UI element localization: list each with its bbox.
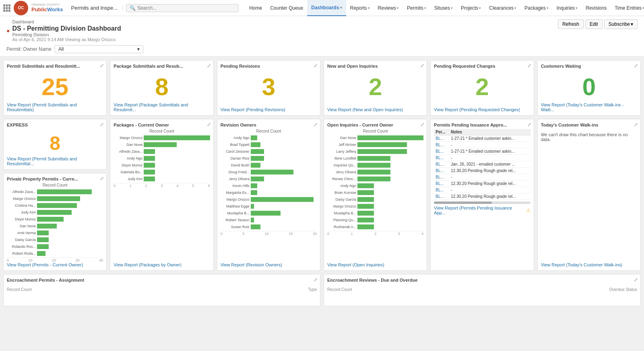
express-expand[interactable]: ⤢ [100,122,104,127]
bar-row: Judy Kim 21 [7,210,103,215]
bar-wrap: 1 [357,224,423,229]
edit-button[interactable]: Edit [585,19,603,29]
bottom-card-title-1: Encroachment Reviews - Due and Overdue [327,278,637,282]
search-box[interactable]: 🔍 [126,4,239,12]
kpi-card-5: Customers Waiting ⤢ 0 View Report (Today… [537,60,641,116]
nav-reports[interactable]: Reports▾ [346,0,374,16]
customers-waiting-expand[interactable]: ⤢ [634,122,638,127]
bar-label: Planning Qu... [327,218,357,222]
bar-row: Mustapha B... 1 [327,210,423,216]
bar-wrap: 4 [251,177,317,181]
pp-link[interactable]: View Report (Permits - Current Owner) [7,262,103,267]
permits-pending-expand[interactable]: ⤢ [527,122,531,127]
express-link[interactable]: View Report (Permit Submittals and Resub… [7,156,103,166]
kpi-link-0[interactable]: View Report (Permit Submittals and Resub… [7,102,103,112]
bar-wrap: 3 [251,142,317,147]
permits-pending-link[interactable]: View Report (Permits Pending Issuance Ap… [434,206,524,215]
svg-rect-4 [6,7,8,9]
nav-packages[interactable]: Packages▾ [520,0,553,16]
open-inquiries-link[interactable]: View Report (Open Inquiries) [327,262,423,267]
nav-home[interactable]: Home [245,0,266,16]
kpi-expand-3[interactable]: ⤢ [420,63,424,69]
nav-counter-queue[interactable]: Counter Queue [266,0,307,16]
col1-stacked: EXPRESS ⤢ 8 View Report (Permit Submitta… [3,119,107,271]
revision-owners-expand[interactable]: ⤢ [314,122,318,127]
kpi-expand-2[interactable]: ⤢ [314,63,318,69]
filter-select[interactable]: All ▾ [55,45,143,53]
bar-label: Ilene Lundfelt [327,156,357,160]
bar-wrap: 1 [357,218,423,222]
svg-rect-7 [6,10,8,12]
kpi-link-4[interactable]: View Report (Pending Requested Changes) [434,107,530,112]
pp-expand[interactable]: ⤢ [100,176,104,181]
kpi-value-1: 8 [114,70,210,102]
refresh-button[interactable]: Refresh [558,19,584,29]
bottom-col2-0: Type [308,287,317,292]
kpi-card-2: Pending Revisions ⤢ 3 View Report (Pendi… [217,60,320,116]
customers-waiting-link[interactable]: View Report (Today's Customer Walk-ins) [541,262,637,267]
bar-label: Jeff McIver [327,143,357,147]
permits-pending-table-scroll[interactable]: Per...Notes BL...1-27-21 * Emailed custo… [434,129,530,200]
filter-label: Permit: Owner Name [6,46,52,52]
pp-chart: Record Count Alfredo Zava... 33 Margo Or… [7,183,103,262]
kpi-link-1[interactable]: View Report (Package Submittals and Resu… [114,102,210,112]
customers-waiting-title: Today's Customer Walk-ins [541,123,637,127]
app-grid-icon[interactable] [3,2,10,14]
kpi-expand-0[interactable]: ⤢ [100,63,104,69]
kpi-expand-5[interactable]: ⤢ [634,63,638,69]
nav-projects[interactable]: Projects▾ [457,0,485,16]
bar-row: Daisy Garcia 1 [327,197,423,202]
bar-wrap: 7 [37,237,103,242]
bar-label: Daisy Garcia [7,238,37,242]
kpi-card-1: Package Submittals and Resub... ⤢ 8 View… [110,60,213,116]
bar-wrap: 2 [357,163,423,168]
time-entries-caret: ▾ [642,6,644,10]
kpi-title-1: Package Submittals and Resub... [114,64,210,69]
revision-owners-link[interactable]: View Report (Revision Owners) [221,262,317,267]
bar-axis: 0123456 [114,183,210,188]
nav-dashboards[interactable]: Dashboards▾ [307,0,346,16]
table-row: BL...- [434,142,530,148]
nav-inquiries[interactable]: Inquiries▾ [553,0,582,16]
table-row: BL...12.30.20 Pending Rough grade rel... [434,193,530,200]
filter-caret: ▾ [137,46,140,52]
main-nav: Home Counter Queue Dashboards▾ Reports▾ … [245,0,644,16]
bottom-card-expand-1[interactable]: ⤢ [634,277,638,282]
bar-wrap: 1 [357,204,423,209]
inquiries-caret: ▾ [576,6,578,10]
bar-row: Renee Chinc... 2 [327,176,423,182]
page-date: As of Apr 6, 2021 9:14 AM Viewing as Mar… [12,37,121,42]
nav-situses[interactable]: Situses▾ [430,0,457,16]
svg-rect-6 [3,10,5,12]
nav-reviews[interactable]: Reviews▾ [374,0,403,16]
horizontal-scrollbar[interactable] [434,201,530,204]
bar-row: Mustapha B... 9 [221,210,317,216]
kpi-expand-4[interactable]: ⤢ [527,63,531,69]
app-title[interactable]: Permits and Inspe... [66,5,123,11]
nav-revisions[interactable]: Revisions [582,0,611,16]
kpi-value-0: 25 [7,70,103,102]
bar-row: Margo Orozco 6 [114,135,210,141]
kpi-link-2[interactable]: View Report (Pending Revisions) [221,107,317,112]
bottom-card-title-0: Encroachment Permits - Assignment [7,278,317,282]
bottom-card-expand-0[interactable]: ⤢ [314,277,318,282]
nav-time-entries[interactable]: Time Entries▾ [611,0,644,16]
kpi-link-3[interactable]: View Report (New and Open Inquiries) [327,107,423,112]
open-inquiries-chart: Record Count Dan Nove 4 Jeff McIver 3 La… [327,129,423,262]
open-inquiries-expand[interactable]: ⤢ [420,122,424,127]
nav-clearances[interactable]: Clearances▾ [485,0,520,16]
bar-wrap: 21 [37,210,103,215]
packages-chart-expand[interactable]: ⤢ [207,122,211,127]
search-input[interactable] [137,5,235,11]
bar-label: Doug Fried... [221,170,251,174]
kpi-expand-1[interactable]: ⤢ [207,63,211,69]
packages-link[interactable]: View Report (Packages by Owner) [114,262,210,267]
nav-permits[interactable]: Permits▾ [403,0,430,16]
bar-row: Andy Ngo 1 [327,183,423,189]
kpi-link-5[interactable]: View Report (Today's Customer Walk-ins -… [541,102,637,112]
subscribe-button[interactable]: Subscribe ▾ [604,19,638,29]
bar-row: Larry Jeffery 3 [327,149,423,154]
bar-row: Deysi Munoz 16 [7,216,103,222]
bar-row: Gabriela Bu... 1 [114,169,210,175]
bar-wrap: 7 [37,231,103,235]
